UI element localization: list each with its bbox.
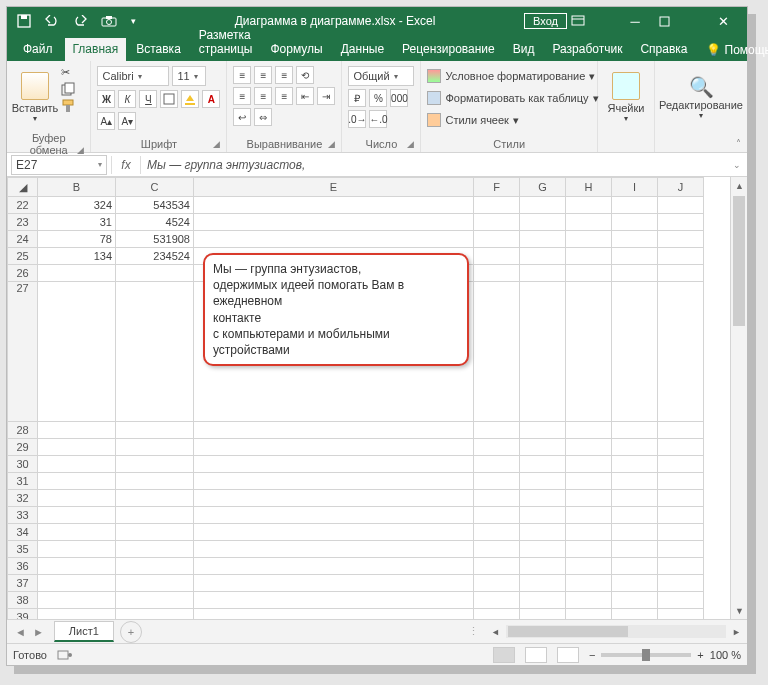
format-painter-icon[interactable] [61,99,75,113]
cell[interactable] [116,541,194,558]
cell[interactable] [194,214,474,231]
cell[interactable] [38,575,116,592]
cell[interactable] [116,524,194,541]
cell[interactable] [612,524,658,541]
maximize-icon[interactable] [659,16,699,27]
cell[interactable] [566,231,612,248]
cell[interactable] [658,524,704,541]
row-header[interactable]: 31 [8,473,38,490]
cell[interactable] [116,592,194,609]
cell[interactable] [194,490,474,507]
cell[interactable] [116,422,194,439]
tab-formulas[interactable]: Формулы [262,38,330,61]
cell[interactable] [520,592,566,609]
sheet-nav[interactable]: ◄ ► [7,626,54,638]
cell[interactable]: 543534 [116,197,194,214]
tab-data[interactable]: Данные [333,38,392,61]
col-header[interactable]: I [612,178,658,197]
expand-formula-bar-icon[interactable]: ⌄ [727,160,747,170]
cell[interactable] [38,558,116,575]
tab-insert[interactable]: Вставка [128,38,189,61]
cell[interactable] [658,282,704,422]
split-handle-icon[interactable]: ⋮ [468,625,479,638]
editing-button[interactable]: 🔍Редактирование▾ [661,64,741,130]
cell[interactable] [566,197,612,214]
cell[interactable] [520,609,566,620]
cell[interactable] [658,456,704,473]
scroll-left-icon[interactable]: ◄ [487,623,504,640]
cell[interactable] [520,265,566,282]
scroll-right-icon[interactable]: ► [728,623,745,640]
cell[interactable] [612,422,658,439]
vertical-scrollbar[interactable]: ▲ ▼ [730,177,747,619]
row-header[interactable]: 37 [8,575,38,592]
font-name-combo[interactable]: Calibri▾ [97,66,169,86]
cell[interactable] [116,265,194,282]
scroll-down-icon[interactable]: ▼ [731,602,747,619]
cell[interactable] [194,507,474,524]
cell[interactable] [116,282,194,422]
cell[interactable] [658,558,704,575]
currency-icon[interactable]: ₽ [348,89,366,107]
sheet-tab[interactable]: Лист1 [54,621,114,642]
number-format-combo[interactable]: Общий▾ [348,66,414,86]
cell[interactable] [194,592,474,609]
cell[interactable] [520,214,566,231]
cell[interactable] [612,282,658,422]
paste-button[interactable]: Вставить ▾ [13,64,57,130]
fill-color-button[interactable] [181,90,199,108]
cell[interactable] [520,248,566,265]
increase-decimal-icon[interactable]: .0→ [348,110,366,128]
cell[interactable] [194,575,474,592]
cell[interactable] [566,214,612,231]
row-header[interactable]: 22 [8,197,38,214]
cell[interactable] [474,524,520,541]
cell[interactable] [566,439,612,456]
dialog-launcher-icon[interactable]: ◢ [328,139,335,149]
cell[interactable] [38,473,116,490]
row-header[interactable]: 27 [8,282,38,422]
cell[interactable] [566,609,612,620]
merge-icon[interactable]: ⇔ [254,108,272,126]
cell[interactable] [474,265,520,282]
dialog-launcher-icon[interactable]: ◢ [407,139,414,149]
cell-styles-button[interactable]: Стили ячеек ▾ [427,110,598,130]
cell[interactable] [38,490,116,507]
cell[interactable] [474,558,520,575]
cell[interactable] [612,507,658,524]
macro-record-icon[interactable] [57,649,73,661]
cell[interactable] [566,456,612,473]
row-header[interactable]: 34 [8,524,38,541]
cell[interactable] [474,197,520,214]
cell[interactable] [520,231,566,248]
cell[interactable] [566,490,612,507]
cell[interactable] [520,473,566,490]
row-header[interactable]: 29 [8,439,38,456]
cell[interactable] [520,524,566,541]
cell[interactable] [194,197,474,214]
cell[interactable] [612,231,658,248]
fx-icon[interactable]: fx [112,158,140,172]
cell[interactable] [474,214,520,231]
zoom-out-button[interactable]: − [589,649,595,661]
cell[interactable] [520,439,566,456]
align-center-icon[interactable]: ≡ [254,87,272,105]
cell[interactable] [612,609,658,620]
tab-view[interactable]: Вид [505,38,543,61]
decrease-font-icon[interactable]: A▾ [118,112,136,130]
dialog-launcher-icon[interactable]: ◢ [77,145,84,155]
cell[interactable] [566,265,612,282]
col-header[interactable]: F [474,178,520,197]
camera-icon[interactable] [101,15,117,27]
cell[interactable] [612,592,658,609]
cell[interactable] [566,575,612,592]
cut-icon[interactable]: ✂ [61,66,75,79]
close-icon[interactable]: ✕ [703,14,743,29]
cell[interactable] [566,282,612,422]
cell[interactable] [566,592,612,609]
cell[interactable] [474,507,520,524]
scroll-thumb[interactable] [508,626,628,637]
cell[interactable] [38,524,116,541]
cell[interactable] [658,575,704,592]
row-header[interactable]: 32 [8,490,38,507]
